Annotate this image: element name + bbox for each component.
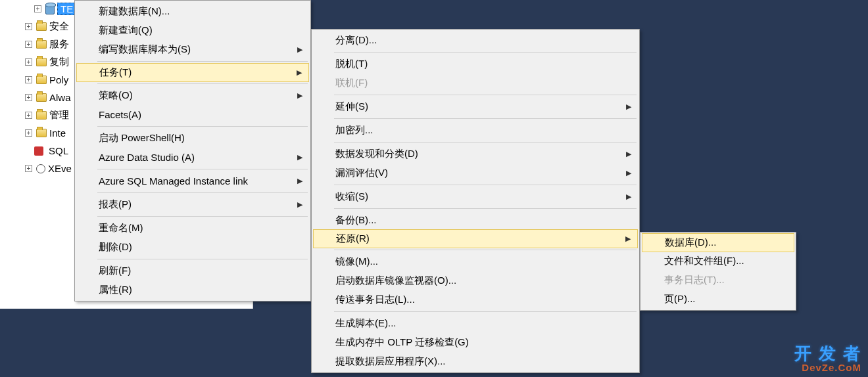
submenu-arrow-icon: ▶ xyxy=(626,102,631,111)
menu-separator xyxy=(97,61,308,62)
menu-data-discovery[interactable]: 数据发现和分类(D)▶ xyxy=(313,144,638,164)
menu-separator xyxy=(334,250,637,250)
menu-azure-data-studio[interactable]: Azure Data Studio (A)▶ xyxy=(76,148,309,167)
menu-backup[interactable]: 备份(B)... xyxy=(313,211,638,230)
selected-db-label[interactable]: TE xyxy=(57,3,76,15)
submenu-restore: 数据库(D)... 文件和文件组(F)... 事务日志(T)... 页(P)..… xyxy=(640,232,796,311)
menu-restore[interactable]: 还原(R)▶ xyxy=(313,229,638,248)
menu-separator xyxy=(334,52,637,53)
submenu-arrow-icon: ▶ xyxy=(626,192,631,201)
tree-label: 安全 xyxy=(49,20,69,33)
context-menu-database: 新建数据库(N)... 新建查询(Q) 编写数据库脚本为(S)▶ 任务(T)▶ … xyxy=(74,0,311,301)
menu-shrink[interactable]: 收缩(S)▶ xyxy=(313,187,638,206)
menu-separator xyxy=(334,95,637,95)
submenu-arrow-icon: ▶ xyxy=(297,68,302,77)
tree-label: 服务 xyxy=(49,38,69,51)
sql-agent-icon xyxy=(34,146,43,156)
menu-azure-managed-instance[interactable]: Azure SQL Managed Instance link▶ xyxy=(76,171,309,190)
menu-restore-txlog: 事务日志(T)... xyxy=(642,271,794,290)
menu-vulnerability[interactable]: 漏洞评估(V)▶ xyxy=(313,164,638,183)
menu-launch-mirror-monitor[interactable]: 启动数据库镜像监视器(O)... xyxy=(313,271,638,290)
expand-icon[interactable]: + xyxy=(25,23,32,30)
folder-icon xyxy=(36,129,47,137)
expand-icon[interactable]: + xyxy=(25,165,32,172)
expand-icon[interactable]: + xyxy=(25,94,32,101)
tree-label: SQL xyxy=(49,145,68,156)
expand-icon[interactable]: + xyxy=(34,5,41,12)
watermark-bottom: DevZe.CoM xyxy=(794,363,861,373)
expand-icon[interactable]: + xyxy=(25,41,32,48)
menu-rename[interactable]: 重命名(M) xyxy=(76,219,309,238)
watermark: 开 发 者 DevZe.CoM xyxy=(794,345,861,373)
menu-offline[interactable]: 脱机(T) xyxy=(313,55,638,74)
menu-properties[interactable]: 属性(R) xyxy=(76,280,309,299)
menu-encrypt-columns[interactable]: 加密列... xyxy=(313,121,638,140)
menu-detach[interactable]: 分离(D)... xyxy=(313,31,638,50)
menu-generate-scripts[interactable]: 生成脚本(E)... xyxy=(313,314,638,333)
menu-restore-page[interactable]: 页(P)... xyxy=(642,290,794,309)
menu-new-database[interactable]: 新建数据库(N)... xyxy=(76,2,309,21)
menu-online: 联机(F) xyxy=(313,74,638,93)
menu-separator xyxy=(97,169,308,169)
menu-stretch[interactable]: 延伸(S)▶ xyxy=(313,97,638,116)
tree-label: XEve xyxy=(48,163,72,174)
expand-icon[interactable]: + xyxy=(25,129,32,137)
tree-label: 复制 xyxy=(49,56,69,68)
folder-icon xyxy=(36,111,47,120)
folder-icon xyxy=(36,58,47,66)
expand-icon[interactable]: + xyxy=(25,58,32,66)
menu-ship-log[interactable]: 传送事务日志(L)... xyxy=(313,290,638,309)
menu-separator xyxy=(97,192,308,193)
menu-restore-database[interactable]: 数据库(D)... xyxy=(642,233,794,252)
database-icon xyxy=(45,4,55,14)
menu-new-query[interactable]: 新建查询(Q) xyxy=(76,21,309,40)
menu-separator xyxy=(334,208,637,209)
watermark-top: 开 发 者 xyxy=(794,345,861,363)
xevent-icon xyxy=(36,164,45,173)
menu-separator xyxy=(334,311,637,312)
folder-icon xyxy=(36,76,47,84)
expand-icon[interactable]: + xyxy=(25,76,32,83)
menu-policy[interactable]: 策略(O)▶ xyxy=(76,86,309,105)
submenu-tasks: 分离(D)... 脱机(T) 联机(F) 延伸(S)▶ 加密列... 数据发现和… xyxy=(311,29,640,373)
tree-label: Alwa xyxy=(49,92,71,103)
menu-powershell[interactable]: 启动 PowerShell(H) xyxy=(76,129,309,148)
submenu-arrow-icon: ▶ xyxy=(626,150,631,158)
folder-icon xyxy=(36,40,47,49)
menu-separator xyxy=(97,259,308,259)
submenu-arrow-icon: ▶ xyxy=(297,177,302,185)
submenu-arrow-icon: ▶ xyxy=(297,91,302,100)
menu-refresh[interactable]: 刷新(F) xyxy=(76,261,309,280)
tree-label: Inte xyxy=(49,127,66,139)
menu-script-as[interactable]: 编写数据库脚本为(S)▶ xyxy=(76,40,309,59)
menu-extract-data-tier[interactable]: 提取数据层应用程序(X)... xyxy=(313,352,638,371)
submenu-arrow-icon: ▶ xyxy=(297,45,302,54)
expand-icon[interactable]: + xyxy=(25,112,32,119)
menu-separator xyxy=(334,185,637,185)
menu-oltp-migration[interactable]: 生成内存中 OLTP 迁移检查(G) xyxy=(313,333,638,352)
submenu-arrow-icon: ▶ xyxy=(626,169,631,177)
menu-separator xyxy=(97,126,308,127)
submenu-arrow-icon: ▶ xyxy=(625,234,631,243)
tree-label: 管理 xyxy=(49,109,69,122)
menu-tasks[interactable]: 任务(T)▶ xyxy=(76,63,309,82)
menu-mirror[interactable]: 镜像(M)... xyxy=(313,252,638,271)
menu-delete[interactable]: 删除(D) xyxy=(76,238,309,257)
menu-facets[interactable]: Facets(A) xyxy=(76,105,309,124)
submenu-arrow-icon: ▶ xyxy=(297,200,302,209)
menu-separator xyxy=(97,216,308,217)
submenu-arrow-icon: ▶ xyxy=(297,153,302,162)
menu-restore-files[interactable]: 文件和文件组(F)... xyxy=(642,252,794,271)
menu-separator xyxy=(334,118,637,119)
menu-reports[interactable]: 报表(P)▶ xyxy=(76,195,309,214)
menu-separator xyxy=(334,142,637,143)
folder-icon xyxy=(36,93,47,102)
menu-separator xyxy=(97,83,308,84)
folder-icon xyxy=(36,22,47,31)
tree-label: Poly xyxy=(49,74,68,85)
